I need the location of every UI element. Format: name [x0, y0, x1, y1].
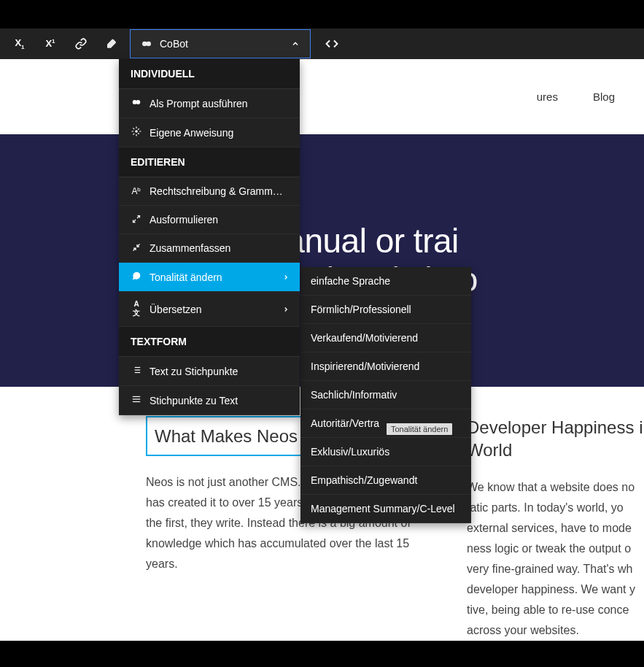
cobot-dropdown-menu: INDIVIDUELL Als Prompt ausführen Eigene … [119, 59, 300, 415]
menu-label: Als Prompt ausführen [150, 98, 248, 109]
svg-point-3 [136, 100, 140, 104]
chevron-right-icon [282, 274, 290, 281]
submenu-item-simple[interactable]: einfache Sprache [300, 267, 471, 296]
editor-toolbar: X1 X1 CoBot [0, 28, 644, 59]
submenu-item-management[interactable]: Management Summary/C-Level [300, 495, 471, 523]
spellcheck-icon: Aᵇ [131, 186, 142, 196]
nav-blog[interactable]: Blog [593, 90, 615, 103]
code-icon [325, 37, 338, 50]
menu-label: Text zu Stichpunkte [150, 366, 238, 377]
dropdown-section-individuell: INDIVIDUELL [119, 59, 300, 89]
menu-label: Zusammenfassen [150, 242, 230, 254]
menu-label: Eigene Anweisung [150, 127, 233, 139]
compress-icon [131, 243, 142, 254]
menu-label: Ausformulieren [150, 214, 218, 225]
site-nav: ures Blog [0, 59, 644, 134]
menu-item-elaborate[interactable]: Ausformulieren [119, 206, 300, 234]
dropdown-section-editieren: EDITIEREN [119, 147, 300, 177]
tooltip: Tonalität ändern [387, 423, 452, 435]
chevron-right-icon [282, 306, 290, 313]
svg-point-1 [146, 42, 151, 47]
menu-label: Stichpunkte zu Text [150, 395, 238, 406]
submenu-item-inspiring[interactable]: Inspirierend/Motivierend [300, 352, 471, 381]
eraser-icon [106, 38, 117, 50]
text-icon [131, 394, 142, 406]
submenu-item-exclusive[interactable]: Exklusiv/Luxuriös [300, 438, 471, 466]
subscript-icon: X1 [15, 37, 24, 50]
brain-icon [141, 38, 152, 50]
translate-icon: A文 [131, 300, 142, 318]
menu-item-bullets-to-text[interactable]: Stichpunkte zu Text [119, 386, 300, 415]
link-button[interactable] [66, 29, 96, 58]
menu-label: Tonalität ändern [150, 271, 222, 283]
subscript-button[interactable]: X1 [4, 29, 35, 58]
svg-point-4 [135, 130, 138, 133]
list-icon [131, 365, 142, 377]
submenu-item-empathic[interactable]: Empathisch/Zugewandt [300, 466, 471, 495]
menu-label: Übersetzen [150, 304, 202, 315]
superscript-button[interactable]: X1 [35, 29, 66, 58]
chat-icon [131, 271, 142, 283]
cobot-dropdown-trigger[interactable]: CoBot [130, 29, 311, 58]
nav-features[interactable]: ures [537, 90, 558, 103]
code-view-button[interactable] [317, 29, 347, 58]
submenu-item-selling[interactable]: Verkaufend/Motivierend [300, 324, 471, 352]
link-icon [75, 38, 87, 50]
left-column-title[interactable]: What Makes Neos [146, 416, 306, 456]
menu-item-run-as-prompt[interactable]: Als Prompt ausführen [119, 89, 300, 118]
menu-item-change-tone[interactable]: Tonalität ändern [119, 263, 300, 292]
menu-item-text-to-bullets[interactable]: Text zu Stichpunkte [119, 357, 300, 386]
expand-icon [131, 215, 142, 225]
chevron-up-icon [291, 39, 300, 48]
menu-label: Rechtschreibung & Gramm… [150, 185, 283, 197]
brain-icon [131, 97, 142, 109]
menu-item-translate[interactable]: A文 Übersetzen [119, 292, 300, 327]
submenu-item-formal[interactable]: Förmlich/Professionell [300, 296, 471, 324]
tone-submenu: einfache Sprache Förmlich/Professionell … [300, 267, 471, 523]
right-column-title: Developer Happiness i World [467, 416, 644, 461]
menu-item-spellcheck[interactable]: Aᵇ Rechtschreibung & Gramm… [119, 177, 300, 206]
submenu-item-factual[interactable]: Sachlich/Informativ [300, 381, 471, 409]
superscript-icon: X1 [45, 38, 55, 49]
menu-item-custom-instruction[interactable]: Eigene Anweisung [119, 118, 300, 147]
column-right: Developer Happiness i World We know that… [467, 416, 644, 641]
eraser-button[interactable] [96, 29, 127, 58]
cobot-label: CoBot [160, 38, 188, 50]
dropdown-section-textform: TEXTFORM [119, 327, 300, 357]
gear-icon [131, 126, 142, 139]
right-column-body: We know that a website does no tatic par… [467, 477, 644, 641]
window-top-bar [0, 0, 644, 28]
menu-item-summarize[interactable]: Zusammenfassen [119, 234, 300, 263]
